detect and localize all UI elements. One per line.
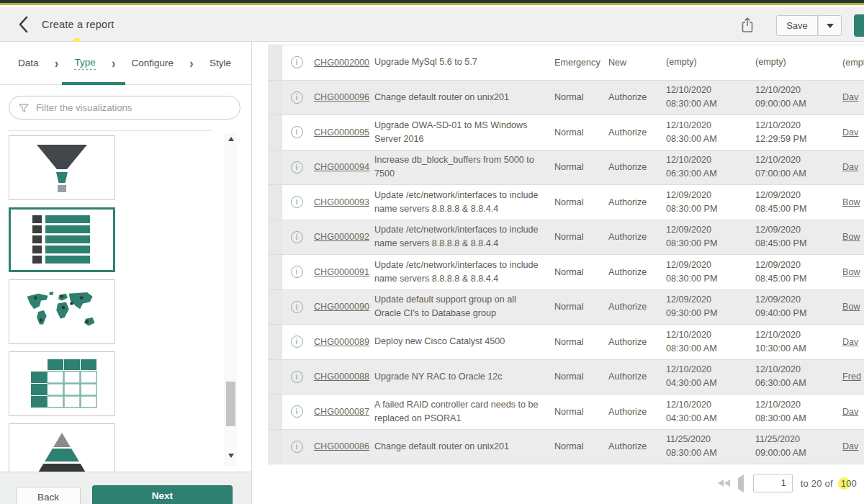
change-number-link[interactable]: CHG0002000 xyxy=(311,58,374,68)
row-gutter xyxy=(268,185,282,220)
next-button[interactable]: Next xyxy=(92,485,233,504)
report-table-body: iCHG0002000Upgrade MySql 5.6 to 5.7Emerg… xyxy=(268,45,864,464)
short-description: Increase db_block_buffers from 5000 to 7… xyxy=(374,153,551,181)
state-value: Authorize xyxy=(604,92,662,102)
assigned-to-link[interactable]: Dav xyxy=(840,441,858,451)
short-description: Update /etc/network/interfaces to includ… xyxy=(374,258,551,286)
funnel-chart-icon xyxy=(22,139,102,197)
priority-value: Normal xyxy=(551,302,604,312)
change-number-link[interactable]: CHG0000089 xyxy=(311,337,374,347)
change-number-link[interactable]: CHG0000095 xyxy=(311,127,374,138)
assigned-to-link[interactable]: Bow xyxy=(840,232,860,242)
assigned-to-link[interactable]: Bow xyxy=(840,267,860,277)
change-number-link[interactable]: CHG0000088 xyxy=(311,372,374,382)
caret-left-icon xyxy=(738,474,744,492)
assigned-to-link[interactable]: Fred xyxy=(840,372,861,382)
assigned-to-link[interactable]: Dav xyxy=(840,407,858,417)
report-preview: iCHG0002000Upgrade MySql 5.6 to 5.7Emerg… xyxy=(253,42,864,504)
previous-page-button[interactable] xyxy=(738,478,744,489)
change-number-link[interactable]: CHG0000086 xyxy=(311,441,374,451)
caret-down-icon[interactable] xyxy=(228,454,234,458)
info-circle-icon[interactable]: i xyxy=(291,196,303,208)
share-icon[interactable] xyxy=(740,17,756,34)
heatmap-table-icon xyxy=(22,358,102,410)
save-button[interactable]: Save xyxy=(776,15,818,36)
info-circle-icon[interactable]: i xyxy=(291,161,303,174)
start-date-value: 12/09/2020 08:30:00 PM xyxy=(662,258,751,286)
step-data[interactable]: Data xyxy=(18,58,39,68)
end-date-value: 12/10/2020 10:30:00 AM xyxy=(751,328,840,356)
save-menu-button[interactable] xyxy=(818,15,842,36)
table-row: iCHG0000089Deploy new Cisco Catalyst 450… xyxy=(268,325,864,360)
row-gutter xyxy=(268,290,282,325)
active-step-indicator xyxy=(62,82,125,85)
change-number-link[interactable]: CHG0000096 xyxy=(311,92,374,102)
end-date-value: 12/10/2020 08:30:00 AM xyxy=(751,398,840,426)
viz-thumbnail-map[interactable] xyxy=(9,279,115,344)
row-gutter xyxy=(268,325,282,359)
page-number-input[interactable] xyxy=(753,474,793,492)
info-circle-icon[interactable]: i xyxy=(291,441,303,453)
viz-thumbnail-list[interactable] xyxy=(9,207,115,272)
info-circle-icon[interactable]: i xyxy=(291,91,303,104)
info-circle-icon[interactable]: i xyxy=(291,231,303,243)
table-row: iCHG0000092Update /etc/network/interface… xyxy=(268,220,864,256)
pagination-range: to 20 of xyxy=(801,478,833,489)
assigned-to-link[interactable]: Bow xyxy=(840,302,860,312)
short-description: Upgrade MySql 5.6 to 5.7 xyxy=(374,55,551,69)
run-button-partial[interactable] xyxy=(854,14,864,37)
assigned-to-link[interactable]: Bow xyxy=(840,197,860,207)
first-page-button[interactable] xyxy=(718,480,730,487)
table-row: iCHG0002000Upgrade MySql 5.6 to 5.7Emerg… xyxy=(268,45,864,81)
info-circle-icon[interactable]: i xyxy=(291,371,303,383)
assigned-to-value: (empty) xyxy=(840,58,864,68)
funnel-icon xyxy=(18,102,30,114)
step-type[interactable]: Type xyxy=(74,57,95,70)
state-value: Authorize xyxy=(604,197,662,207)
back-icon[interactable] xyxy=(16,15,33,34)
double-caret-left-icon xyxy=(718,480,724,487)
change-number-link[interactable]: CHG0000094 xyxy=(311,162,374,172)
priority-value: Normal xyxy=(551,92,604,102)
start-date-value: 11/25/2020 08:30:00 AM xyxy=(662,433,751,460)
viz-thumbnail-heatmap-table[interactable] xyxy=(9,351,115,416)
assigned-to-link[interactable]: Dav xyxy=(840,337,858,347)
start-date-value: (empty) xyxy=(662,55,751,69)
info-circle-icon[interactable]: i xyxy=(291,336,303,348)
state-value: New xyxy=(604,58,662,68)
state-value: Authorize xyxy=(604,407,662,417)
step-configure[interactable]: Configure xyxy=(132,58,174,68)
change-number-link[interactable]: CHG0000093 xyxy=(311,197,374,207)
step-style[interactable]: Style xyxy=(210,58,231,68)
priority-value: Normal xyxy=(551,127,604,138)
info-circle-icon[interactable]: i xyxy=(291,56,303,68)
row-gutter xyxy=(268,220,282,255)
state-value: Authorize xyxy=(604,162,662,172)
change-number-link[interactable]: CHG0000091 xyxy=(311,267,374,277)
end-date-value: 12/10/2020 06:30:00 AM xyxy=(751,363,840,390)
info-circle-icon[interactable]: i xyxy=(291,126,303,138)
report-designer: Create a report Save Data › Type › Confi… xyxy=(0,0,864,504)
info-circle-icon[interactable]: i xyxy=(291,266,303,278)
priority-value: Normal xyxy=(551,407,604,417)
change-number-link[interactable]: CHG0000087 xyxy=(311,407,374,417)
assigned-to-link[interactable]: Dav xyxy=(840,92,858,102)
short-description: Upgrade NY RAC to Oracle 12c xyxy=(374,370,551,384)
state-value: Authorize xyxy=(604,302,662,312)
back-button[interactable]: Back xyxy=(16,487,81,504)
assigned-to-link[interactable]: Dav xyxy=(840,127,858,138)
change-number-link[interactable]: CHG0000092 xyxy=(311,232,374,242)
start-date-value: 12/10/2020 08:30:00 AM xyxy=(662,119,751,146)
state-value: Authorize xyxy=(604,441,662,451)
priority-value: Normal xyxy=(551,441,604,451)
priority-value: Normal xyxy=(551,267,604,277)
info-circle-icon[interactable]: i xyxy=(291,405,303,418)
double-caret-left-icon xyxy=(724,480,730,487)
filter-visualizations-input[interactable]: Filter the visualizations xyxy=(9,96,240,120)
assigned-to-link[interactable]: Dav xyxy=(840,162,858,172)
info-circle-icon[interactable]: i xyxy=(291,301,303,313)
viz-thumbnail-funnel[interactable] xyxy=(9,135,115,200)
caret-up-icon[interactable] xyxy=(228,137,234,141)
change-number-link[interactable]: CHG0000090 xyxy=(311,302,374,312)
viz-scrollbar-thumb[interactable] xyxy=(226,382,235,426)
